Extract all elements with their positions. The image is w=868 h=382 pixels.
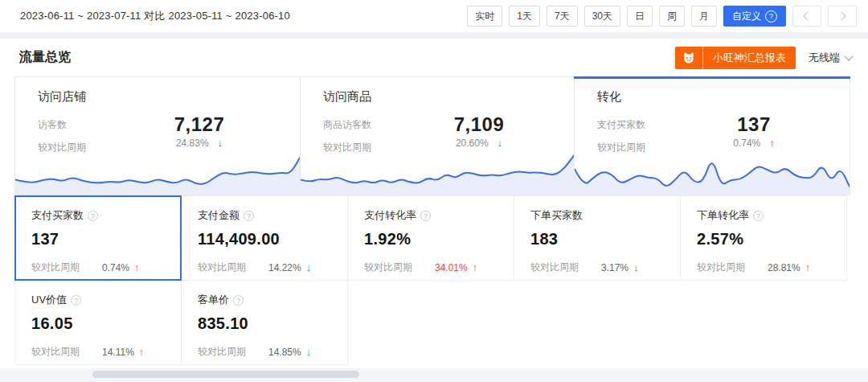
date-toolbar: 2023-06-11 ~ 2023-07-11 对比 2023-05-11 ~ … (0, 0, 868, 32)
metric-label: UV价值 (31, 293, 67, 307)
panel-header: 流量总览 小旺神汇总报表 无线端 (0, 39, 868, 76)
metric-row: UV价值 ? 16.05 较对比周期 14.11% ↑ 客单价 ? 835.10… (14, 281, 850, 365)
range-week-button[interactable]: 周 (659, 6, 685, 27)
compare-label: 较对比周期 (31, 345, 80, 359)
metric-card-avg-order-value[interactable]: 客单价 ? 835.10 较对比周期 14.85% ↓ (181, 280, 348, 365)
chart-tabs-row: 访问店铺 访客数 较对比周期 7,127 24.83% ↓ 访问商品 (14, 76, 850, 195)
metric-value: 2.57% (697, 230, 830, 249)
change-value: 14.22% (268, 262, 301, 273)
metric-row: 支付买家数 ? 137 较对比周期 0.74% ↑ 支付金额 ? 114,409… (14, 196, 850, 281)
range-30day-button[interactable]: 30天 (584, 6, 620, 27)
chevron-down-icon (844, 51, 853, 60)
summary-report-label: 小旺神汇总报表 (703, 51, 796, 65)
change-value: 34.01% (435, 262, 468, 273)
traffic-overview-panel: 流量总览 小旺神汇总报表 无线端 (0, 39, 868, 368)
metric-value: 1.92% (364, 230, 497, 249)
sparkline-chart (301, 148, 574, 195)
chart-change-value: 24.83% (176, 138, 209, 149)
range-custom-label: 自定义 (732, 10, 761, 23)
range-7day-button[interactable]: 7天 (547, 6, 578, 27)
metric-card-pay-amount[interactable]: 支付金额 ? 114,409.00 较对比周期 14.22% ↓ (181, 195, 348, 281)
prev-period-button[interactable] (792, 6, 821, 27)
wangshen-mascot-icon (675, 47, 703, 69)
compare-label: 较对比周期 (697, 261, 745, 274)
help-icon[interactable]: ? (233, 295, 244, 306)
sparkline-chart (15, 148, 300, 195)
device-dropdown[interactable]: 无线端 (809, 51, 852, 65)
help-icon[interactable]: ? (420, 211, 431, 221)
range-month-button[interactable]: 月 (691, 6, 717, 27)
chart-tab-title: 转化 (597, 89, 827, 105)
chart-metric-label: 支付买家数 (597, 118, 681, 132)
metric-card-pay-conversion-rate[interactable]: 支付转化率 ? 1.92% 较对比周期 34.01% ↑ (347, 195, 514, 281)
help-icon[interactable]: ? (71, 295, 81, 306)
metric-card-uv-value[interactable]: UV价值 ? 16.05 较对比周期 14.11% ↑ (14, 280, 182, 365)
metric-value: 137 (31, 230, 165, 249)
range-custom-button[interactable]: 自定义 ? (723, 6, 786, 27)
compare-label: 较对比周期 (198, 261, 246, 274)
metric-value: 835.10 (198, 314, 331, 333)
next-period-button[interactable] (828, 6, 857, 27)
range-button-group: 实时 1天 7天 30天 日 周 月 自定义 ? (467, 6, 857, 27)
compare-label: 较对比周期 (31, 261, 80, 274)
compare-label: 较对比周期 (198, 345, 246, 359)
chart-metric-label: 商品访客数 (323, 118, 407, 132)
change-value: 3.17% (601, 262, 628, 273)
metric-value: 183 (530, 230, 664, 249)
trend-up-icon: ↑ (139, 347, 145, 357)
trend-up-icon: ↑ (134, 263, 140, 273)
chart-tab-title: 访问商品 (323, 89, 551, 105)
page-title: 流量总览 (19, 49, 71, 66)
range-1day-button[interactable]: 1天 (509, 6, 540, 27)
metric-label: 支付金额 (198, 208, 240, 223)
help-icon[interactable]: ? (753, 211, 764, 221)
trend-down-icon: ↓ (633, 263, 639, 273)
help-icon[interactable]: ? (244, 211, 254, 221)
chart-tab-title: 访问店铺 (38, 89, 277, 105)
metric-value: 114,409.00 (198, 230, 331, 249)
date-range-display[interactable]: 2023-06-11 ~ 2023-07-11 对比 2023-05-11 ~ … (20, 9, 290, 23)
metric-label: 支付买家数 (31, 208, 84, 223)
device-dropdown-value: 无线端 (809, 51, 840, 65)
chevron-left-icon (803, 11, 812, 20)
trend-down-icon: ↓ (306, 263, 312, 273)
trend-up-icon: ↑ (473, 263, 478, 273)
metric-card-pay-buyers[interactable]: 支付买家数 ? 137 较对比周期 0.74% ↑ (14, 195, 182, 281)
chart-metric-value: 7,109 (454, 114, 505, 135)
chart-tab-visit-item[interactable]: 访问商品 商品访客数 较对比周期 7,109 20.60% ↓ (300, 77, 574, 195)
chart-change-value: 0.74% (733, 138, 760, 149)
change-value: 14.85% (268, 347, 301, 358)
change-value: 28.81% (768, 262, 800, 273)
chart-tab-conversion[interactable]: 转化 支付买家数 较对比周期 137 0.74% ↑ (574, 77, 850, 195)
trend-up-icon: ↑ (769, 138, 775, 148)
range-day-button[interactable]: 日 (627, 6, 653, 27)
trend-up-icon: ↑ (805, 263, 811, 273)
chart-metric-value: 137 (737, 114, 771, 135)
chart-tab-visit-shop[interactable]: 访问店铺 访客数 较对比周期 7,127 24.83% ↓ (15, 77, 300, 195)
metric-card-order-conversion-rate[interactable]: 下单转化率 ? 2.57% 较对比周期 28.81% ↑ (680, 195, 847, 281)
chart-metric-label: 访客数 (38, 118, 121, 132)
metric-cards-grid: 支付买家数 ? 137 较对比周期 0.74% ↑ 支付金额 ? 114,409… (14, 196, 850, 365)
metric-card-order-buyers[interactable]: 下单买家数 ? 183 较对比周期 3.17% ↓ (514, 195, 681, 281)
sparkline-chart (575, 148, 850, 195)
compare-label: 较对比周期 (364, 261, 412, 274)
trend-down-icon: ↓ (306, 347, 312, 357)
panel-header-actions: 小旺神汇总报表 无线端 (675, 47, 852, 69)
metric-label: 下单转化率 (697, 208, 749, 223)
horizontal-scrollbar-thumb[interactable] (92, 371, 359, 378)
metric-label: 客单价 (198, 293, 229, 307)
change-value: 0.74% (102, 262, 129, 273)
metric-label: 支付转化率 (364, 208, 416, 223)
summary-report-button[interactable]: 小旺神汇总报表 (675, 47, 796, 69)
trend-down-icon: ↓ (497, 138, 503, 148)
chevron-right-icon (837, 11, 845, 20)
compare-label: 较对比周期 (530, 261, 579, 274)
range-realtime-button[interactable]: 实时 (467, 6, 502, 27)
change-value: 14.11% (102, 347, 134, 358)
chart-metric-value: 7,127 (174, 114, 225, 135)
horizontal-scrollbar-track[interactable] (0, 368, 868, 382)
metric-value: 16.05 (31, 314, 165, 333)
metric-label: 下单买家数 (530, 208, 583, 223)
help-icon[interactable]: ? (88, 211, 98, 221)
trend-down-icon: ↓ (218, 138, 223, 148)
